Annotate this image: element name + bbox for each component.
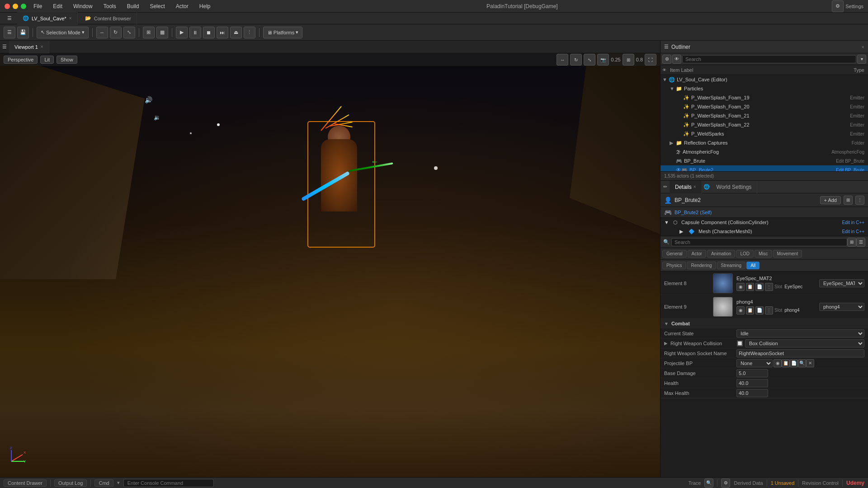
details-tab-close-icon[interactable]: × (693, 184, 696, 189)
list-view-icon[interactable]: ☰ (856, 238, 865, 247)
more-options-icon[interactable]: ⋮ (855, 196, 864, 205)
tree-item-bp-brute[interactable]: 🎮 BP_Brute Edit BP_Brute (660, 156, 868, 165)
trace-icon[interactable]: 🔍 (704, 479, 713, 488)
pause-button[interactable]: ⏸ (189, 27, 201, 38)
lit-button[interactable]: Lit (40, 56, 54, 64)
menu-tools[interactable]: Tools (102, 2, 118, 10)
combat-section-header[interactable]: ▼ Combat (660, 319, 868, 328)
filter-tab-rendering[interactable]: Rendering (687, 262, 716, 269)
mat-preview-eye[interactable] (713, 273, 733, 293)
base-damage-input[interactable] (736, 369, 768, 377)
comp-item-mesh[interactable]: ▶ 🔷 Mesh (CharacterMesh0) Edit in C++ (660, 227, 868, 236)
filter-tab-actor[interactable]: Actor (688, 250, 706, 258)
mat-dropdown-eye[interactable]: EyeSpec_MAT2 (819, 279, 864, 287)
filter-tab-general[interactable]: General (662, 250, 687, 258)
mat-browse-phong-icon[interactable]: ◉ (736, 306, 745, 314)
maximize-viewport-icon[interactable]: ⛶ (645, 54, 656, 66)
menu-actor[interactable]: Actor (174, 2, 190, 10)
filter-tab-streaming[interactable]: Streaming (717, 262, 746, 269)
dropdown-cmd-icon[interactable]: ▾ (117, 480, 120, 486)
mat-copy-phong-icon[interactable]: 📋 (746, 306, 754, 314)
grid-icon[interactable]: ▦ (156, 27, 168, 38)
camera-speed-icon[interactable]: 📷 (597, 54, 609, 66)
outliner-filter-icon[interactable]: ⚙ (662, 55, 671, 64)
filter-tab-misc[interactable]: Misc (755, 250, 772, 258)
cmd-button[interactable]: Cmd (94, 479, 113, 487)
mat-paste-phong-icon[interactable]: 📄 (755, 306, 764, 314)
platforms-button[interactable]: 🖥 Platforms ▾ (263, 27, 302, 38)
selection-mode-button[interactable]: ↖ Selection Mode ▾ (37, 27, 89, 38)
mat-select-eye[interactable]: EyeSpec_MAT2 (819, 279, 864, 287)
filter-tab-movement[interactable]: Movement (773, 250, 802, 258)
viewport[interactable]: 🔊 🔉 (0, 53, 660, 477)
add-component-button[interactable]: + Add (820, 196, 841, 204)
outliner-search-input[interactable] (682, 55, 856, 63)
stop-button[interactable]: ⏹ (203, 27, 215, 38)
tree-item-atmospheric-fog[interactable]: 🌫 AtmosphericFog AtmosphericFog (660, 147, 868, 156)
transform-icon[interactable]: ↔ (96, 27, 108, 38)
hamburger-icon[interactable]: ☰ (4, 13, 15, 24)
view-options-icon[interactable]: ⊞ (844, 196, 853, 205)
maximize-dot[interactable] (21, 4, 26, 9)
settings-button[interactable]: ⚙ (832, 0, 844, 12)
menu-edit[interactable]: Edit (51, 2, 64, 10)
outliner-eye-icon[interactable]: 👁 (672, 55, 681, 64)
mat-dropdown-phong[interactable]: phong4 (819, 303, 864, 311)
project-tab-close[interactable]: × (69, 16, 72, 21)
mat-more-phong-icon[interactable]: ⋮ (765, 306, 773, 314)
save-icon[interactable]: 💾 (17, 27, 29, 38)
settings-status-icon[interactable]: ⚙ (721, 479, 730, 488)
right-weapon-socket-input[interactable] (736, 349, 864, 357)
projectile-paste-icon[interactable]: 📄 (790, 359, 798, 367)
details-tab[interactable]: Details × (670, 181, 702, 193)
edit-cpp-capsule-button[interactable]: Edit in C++ (842, 220, 864, 225)
perspective-button[interactable]: Perspective (4, 56, 38, 64)
world-settings-tab[interactable]: World Settings (711, 181, 758, 193)
tree-item-particles[interactable]: ▼ 📁 Particles (660, 84, 868, 93)
console-command-input[interactable] (123, 479, 214, 487)
max-health-input[interactable] (736, 389, 768, 397)
scale-icon[interactable]: ⤡ (123, 27, 135, 38)
mat-preview-phong[interactable] (713, 297, 733, 317)
rotate-icon[interactable]: ↻ (110, 27, 122, 38)
skip-button[interactable]: ⏭ (217, 27, 228, 38)
projectile-copy-icon[interactable]: 📋 (782, 359, 790, 367)
outliner-close-button[interactable]: × (862, 44, 864, 50)
menu-window[interactable]: Window (71, 2, 94, 10)
hamburger-menu-icon[interactable]: ☰ (4, 27, 15, 38)
details-search-input[interactable] (671, 238, 847, 246)
menu-file[interactable]: File (32, 2, 44, 10)
scale-grid-icon[interactable]: ⤡ (584, 54, 595, 66)
tree-item-water-21[interactable]: ✨ P_WaterSplash_Foam_21 Emitter (660, 111, 868, 120)
viewport-tab-close[interactable]: × (41, 44, 43, 49)
comp-item-capsule[interactable]: ▼ ⬡ Capsule Component (CollisionCylinder… (660, 218, 868, 227)
tree-item-water-22[interactable]: ✨ P_WaterSplash_Foam_22 Emitter (660, 120, 868, 129)
menu-help[interactable]: Help (198, 2, 212, 10)
projectile-bp-select[interactable]: None (736, 359, 773, 367)
grid-view-icon[interactable]: ⊞ (847, 238, 856, 247)
content-drawer-button[interactable]: Content Drawer (4, 479, 47, 487)
filter-tab-physics[interactable]: Physics (662, 262, 686, 269)
show-button[interactable]: Show (57, 56, 77, 64)
filter-tab-animation[interactable]: Animation (707, 250, 735, 258)
content-browser-tab-btn[interactable]: 📂 Content Browser (80, 12, 137, 25)
viewport-tab[interactable]: Viewport 1 × (9, 41, 49, 53)
tree-item-lv-soul-cave[interactable]: ▼ 🌐 LV_Soul_Cave (Editor) (660, 75, 868, 84)
mat-paste-icon[interactable]: 📄 (755, 283, 764, 291)
play-button[interactable]: ▶ (176, 27, 188, 38)
tree-item-water-19[interactable]: ✨ P_WaterSplash_Foam_19 Emitter (660, 93, 868, 102)
close-dot[interactable] (5, 4, 10, 9)
mat-select-phong[interactable]: phong4 (819, 303, 864, 311)
tree-item-reflection-captures[interactable]: ▶ 📁 Reflection Captures Folder (660, 138, 868, 147)
project-tab[interactable]: 🌐 LV_Soul_Cave* × (17, 12, 78, 25)
mat-copy-icon[interactable]: 📋 (746, 283, 754, 291)
health-input[interactable] (736, 379, 768, 387)
play-options-icon[interactable]: ⋮ (244, 27, 255, 38)
viewport-options-icon[interactable]: ⊞ (623, 54, 634, 66)
tree-item-weldsparks[interactable]: ✨ P_WeldSparks Emitter (660, 129, 868, 138)
filter-tab-lod[interactable]: LOD (736, 250, 754, 258)
minimize-dot[interactable] (13, 4, 18, 9)
move-grid-icon[interactable]: ↔ (557, 54, 568, 66)
output-log-button[interactable]: Output Log (54, 479, 87, 487)
right-weapon-collision-select[interactable]: Box Collision (745, 339, 864, 347)
